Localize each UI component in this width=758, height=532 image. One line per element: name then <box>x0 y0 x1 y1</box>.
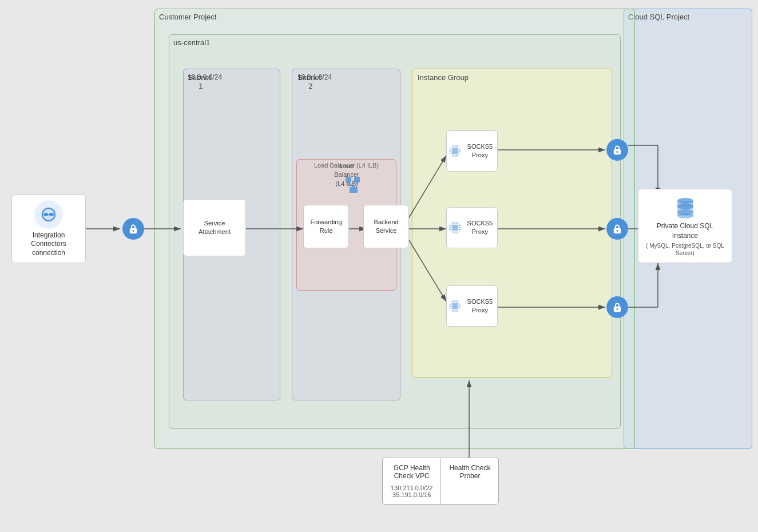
socks5-proxy-2-label: SOCKS5 Proxy <box>465 219 495 237</box>
socks5-proxy-1-label: SOCKS5 Proxy <box>465 142 495 160</box>
cloud-sql-sub-label: ( MySQL, PostgreSQL, or SQL Server) <box>643 242 727 257</box>
diagram-container: Cloud SQL Project Customer Project us-ce… <box>0 0 758 532</box>
svg-line-13 <box>348 182 354 187</box>
backend-service-node: Backend Service <box>363 205 409 248</box>
svg-point-69 <box>677 213 693 219</box>
service-attachment-label: Service Attachment <box>188 219 241 237</box>
health-check-vpc-label: GCP Health Check VPC <box>391 464 432 480</box>
instance-group-region <box>412 69 612 378</box>
svg-rect-16 <box>453 148 458 154</box>
health-check-cidr: 130.211.0.0/22 35.191.0.0/16 <box>391 485 432 498</box>
cloud-sql-label: Private Cloud SQL Instance <box>643 221 727 241</box>
health-check-prober-box: Health Check Prober <box>440 458 499 505</box>
cloud-sql-project-label: Cloud SQL Project <box>628 13 689 21</box>
lock-icon-4 <box>606 296 628 318</box>
socks5-proxy-2-node: SOCKS5 Proxy <box>446 207 498 248</box>
connector-icon <box>34 200 63 229</box>
health-check-prober-label: Health Check Prober <box>449 464 490 480</box>
svg-rect-44 <box>453 303 458 309</box>
subnet1-cidr: 10.0.0.0/24 <box>188 73 222 81</box>
us-central1-label: us-central1 <box>173 38 210 47</box>
lock-icon-3 <box>606 218 628 240</box>
svg-point-58 <box>617 151 618 153</box>
integration-connector-label: Integration Connectors connection <box>31 231 66 258</box>
db-icon <box>673 195 698 220</box>
svg-rect-30 <box>453 225 458 231</box>
socks5-proxy-3-node: SOCKS5 Proxy <box>446 285 498 327</box>
subnet2-cidr: 10.0.1.0/24 <box>297 73 332 81</box>
health-check-container: GCP Health Check VPC 130.211.0.0/22 35.1… <box>382 458 499 505</box>
service-attachment-node: Service Attachment <box>183 199 246 256</box>
svg-point-60 <box>617 230 618 232</box>
instance-group-label: Instance Group <box>418 73 469 82</box>
socks5-proxy-3-label: SOCKS5 Proxy <box>465 297 495 315</box>
socks5-proxy-1-node: SOCKS5 Proxy <box>446 130 498 172</box>
svg-point-9 <box>133 230 134 232</box>
svg-point-62 <box>617 308 618 310</box>
lock-icon-2 <box>606 139 628 161</box>
lock-icon-1 <box>122 218 144 240</box>
svg-rect-11 <box>354 177 360 182</box>
backend-service-label: Backend Service <box>368 218 404 236</box>
private-cloud-sql-node: Private Cloud SQL Instance ( MySQL, Post… <box>638 189 732 263</box>
svg-line-14 <box>354 182 357 187</box>
forwarding-rule-node: Forwarding Rule <box>303 205 349 248</box>
forwarding-rule-label: Forwarding Rule <box>308 218 344 236</box>
svg-rect-12 <box>350 187 358 193</box>
customer-project-label: Customer Project <box>159 13 216 21</box>
lb-icon <box>339 170 368 199</box>
chip-icon-2 <box>449 219 462 237</box>
chip-icon-1 <box>449 142 462 160</box>
chip-icon-3 <box>449 297 462 315</box>
integration-connector-node: Integration Connectors connection <box>11 194 86 263</box>
svg-rect-10 <box>346 177 351 182</box>
health-check-vpc-box: GCP Health Check VPC 130.211.0.0/22 35.1… <box>382 458 440 505</box>
